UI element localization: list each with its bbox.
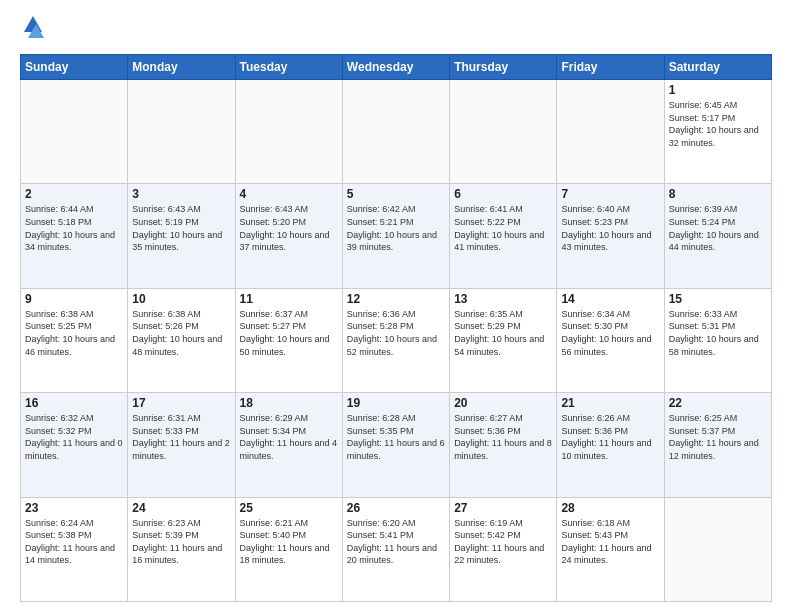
calendar-day-cell: 26Sunrise: 6:20 AM Sunset: 5:41 PM Dayli… [342, 497, 449, 601]
calendar-day-cell: 11Sunrise: 6:37 AM Sunset: 5:27 PM Dayli… [235, 288, 342, 392]
calendar-day-cell: 10Sunrise: 6:38 AM Sunset: 5:26 PM Dayli… [128, 288, 235, 392]
calendar-day-cell: 12Sunrise: 6:36 AM Sunset: 5:28 PM Dayli… [342, 288, 449, 392]
calendar-week-row: 23Sunrise: 6:24 AM Sunset: 5:38 PM Dayli… [21, 497, 772, 601]
calendar-day-cell [235, 80, 342, 184]
day-number: 7 [561, 187, 659, 201]
calendar-day-cell: 6Sunrise: 6:41 AM Sunset: 5:22 PM Daylig… [450, 184, 557, 288]
day-number: 8 [669, 187, 767, 201]
day-of-week-header: Sunday [21, 55, 128, 80]
calendar-day-cell: 3Sunrise: 6:43 AM Sunset: 5:19 PM Daylig… [128, 184, 235, 288]
day-number: 5 [347, 187, 445, 201]
calendar-week-row: 2Sunrise: 6:44 AM Sunset: 5:18 PM Daylig… [21, 184, 772, 288]
calendar-day-cell: 1Sunrise: 6:45 AM Sunset: 5:17 PM Daylig… [664, 80, 771, 184]
calendar-day-cell: 25Sunrise: 6:21 AM Sunset: 5:40 PM Dayli… [235, 497, 342, 601]
day-of-week-header: Wednesday [342, 55, 449, 80]
day-info: Sunrise: 6:40 AM Sunset: 5:23 PM Dayligh… [561, 203, 659, 253]
day-info: Sunrise: 6:37 AM Sunset: 5:27 PM Dayligh… [240, 308, 338, 358]
day-of-week-header: Thursday [450, 55, 557, 80]
day-number: 4 [240, 187, 338, 201]
day-of-week-header: Monday [128, 55, 235, 80]
day-info: Sunrise: 6:26 AM Sunset: 5:36 PM Dayligh… [561, 412, 659, 462]
calendar-day-cell: 4Sunrise: 6:43 AM Sunset: 5:20 PM Daylig… [235, 184, 342, 288]
calendar-day-cell: 17Sunrise: 6:31 AM Sunset: 5:33 PM Dayli… [128, 393, 235, 497]
day-number: 10 [132, 292, 230, 306]
calendar-day-cell: 14Sunrise: 6:34 AM Sunset: 5:30 PM Dayli… [557, 288, 664, 392]
calendar-day-cell: 23Sunrise: 6:24 AM Sunset: 5:38 PM Dayli… [21, 497, 128, 601]
calendar-day-cell: 20Sunrise: 6:27 AM Sunset: 5:36 PM Dayli… [450, 393, 557, 497]
day-number: 15 [669, 292, 767, 306]
day-info: Sunrise: 6:36 AM Sunset: 5:28 PM Dayligh… [347, 308, 445, 358]
day-info: Sunrise: 6:45 AM Sunset: 5:17 PM Dayligh… [669, 99, 767, 149]
calendar-day-cell: 24Sunrise: 6:23 AM Sunset: 5:39 PM Dayli… [128, 497, 235, 601]
day-info: Sunrise: 6:44 AM Sunset: 5:18 PM Dayligh… [25, 203, 123, 253]
day-info: Sunrise: 6:33 AM Sunset: 5:31 PM Dayligh… [669, 308, 767, 358]
calendar-day-cell: 5Sunrise: 6:42 AM Sunset: 5:21 PM Daylig… [342, 184, 449, 288]
day-of-week-header: Saturday [664, 55, 771, 80]
day-info: Sunrise: 6:41 AM Sunset: 5:22 PM Dayligh… [454, 203, 552, 253]
calendar-day-cell: 2Sunrise: 6:44 AM Sunset: 5:18 PM Daylig… [21, 184, 128, 288]
day-number: 1 [669, 83, 767, 97]
calendar-table: SundayMondayTuesdayWednesdayThursdayFrid… [20, 54, 772, 602]
calendar-day-cell: 15Sunrise: 6:33 AM Sunset: 5:31 PM Dayli… [664, 288, 771, 392]
day-info: Sunrise: 6:39 AM Sunset: 5:24 PM Dayligh… [669, 203, 767, 253]
day-info: Sunrise: 6:43 AM Sunset: 5:19 PM Dayligh… [132, 203, 230, 253]
calendar-day-cell: 21Sunrise: 6:26 AM Sunset: 5:36 PM Dayli… [557, 393, 664, 497]
calendar-day-cell: 22Sunrise: 6:25 AM Sunset: 5:37 PM Dayli… [664, 393, 771, 497]
day-info: Sunrise: 6:43 AM Sunset: 5:20 PM Dayligh… [240, 203, 338, 253]
day-info: Sunrise: 6:38 AM Sunset: 5:26 PM Dayligh… [132, 308, 230, 358]
day-info: Sunrise: 6:29 AM Sunset: 5:34 PM Dayligh… [240, 412, 338, 462]
calendar-day-cell [557, 80, 664, 184]
day-of-week-header: Friday [557, 55, 664, 80]
calendar-week-row: 16Sunrise: 6:32 AM Sunset: 5:32 PM Dayli… [21, 393, 772, 497]
day-number: 3 [132, 187, 230, 201]
day-number: 24 [132, 501, 230, 515]
day-number: 11 [240, 292, 338, 306]
day-number: 28 [561, 501, 659, 515]
calendar-day-cell: 27Sunrise: 6:19 AM Sunset: 5:42 PM Dayli… [450, 497, 557, 601]
calendar-day-cell: 28Sunrise: 6:18 AM Sunset: 5:43 PM Dayli… [557, 497, 664, 601]
calendar-week-row: 9Sunrise: 6:38 AM Sunset: 5:25 PM Daylig… [21, 288, 772, 392]
day-number: 17 [132, 396, 230, 410]
logo-icon [22, 12, 44, 40]
day-info: Sunrise: 6:27 AM Sunset: 5:36 PM Dayligh… [454, 412, 552, 462]
day-number: 2 [25, 187, 123, 201]
day-number: 19 [347, 396, 445, 410]
day-info: Sunrise: 6:18 AM Sunset: 5:43 PM Dayligh… [561, 517, 659, 567]
day-number: 6 [454, 187, 552, 201]
day-info: Sunrise: 6:31 AM Sunset: 5:33 PM Dayligh… [132, 412, 230, 462]
calendar-week-row: 1Sunrise: 6:45 AM Sunset: 5:17 PM Daylig… [21, 80, 772, 184]
day-number: 23 [25, 501, 123, 515]
calendar-day-cell: 9Sunrise: 6:38 AM Sunset: 5:25 PM Daylig… [21, 288, 128, 392]
day-info: Sunrise: 6:21 AM Sunset: 5:40 PM Dayligh… [240, 517, 338, 567]
day-number: 22 [669, 396, 767, 410]
page: SundayMondayTuesdayWednesdayThursdayFrid… [0, 0, 792, 612]
calendar-day-cell [342, 80, 449, 184]
calendar-day-cell: 8Sunrise: 6:39 AM Sunset: 5:24 PM Daylig… [664, 184, 771, 288]
day-info: Sunrise: 6:20 AM Sunset: 5:41 PM Dayligh… [347, 517, 445, 567]
logo [20, 16, 44, 44]
calendar-day-cell: 18Sunrise: 6:29 AM Sunset: 5:34 PM Dayli… [235, 393, 342, 497]
calendar-day-cell: 16Sunrise: 6:32 AM Sunset: 5:32 PM Dayli… [21, 393, 128, 497]
day-number: 26 [347, 501, 445, 515]
day-info: Sunrise: 6:38 AM Sunset: 5:25 PM Dayligh… [25, 308, 123, 358]
day-number: 21 [561, 396, 659, 410]
day-number: 18 [240, 396, 338, 410]
header [20, 16, 772, 44]
day-number: 20 [454, 396, 552, 410]
day-info: Sunrise: 6:35 AM Sunset: 5:29 PM Dayligh… [454, 308, 552, 358]
day-number: 27 [454, 501, 552, 515]
calendar-day-cell: 19Sunrise: 6:28 AM Sunset: 5:35 PM Dayli… [342, 393, 449, 497]
calendar-day-cell [128, 80, 235, 184]
day-info: Sunrise: 6:34 AM Sunset: 5:30 PM Dayligh… [561, 308, 659, 358]
day-number: 13 [454, 292, 552, 306]
calendar-header-row: SundayMondayTuesdayWednesdayThursdayFrid… [21, 55, 772, 80]
day-number: 25 [240, 501, 338, 515]
calendar-day-cell [450, 80, 557, 184]
day-of-week-header: Tuesday [235, 55, 342, 80]
day-number: 9 [25, 292, 123, 306]
calendar-day-cell [21, 80, 128, 184]
day-info: Sunrise: 6:23 AM Sunset: 5:39 PM Dayligh… [132, 517, 230, 567]
day-info: Sunrise: 6:19 AM Sunset: 5:42 PM Dayligh… [454, 517, 552, 567]
day-info: Sunrise: 6:24 AM Sunset: 5:38 PM Dayligh… [25, 517, 123, 567]
calendar-day-cell: 13Sunrise: 6:35 AM Sunset: 5:29 PM Dayli… [450, 288, 557, 392]
